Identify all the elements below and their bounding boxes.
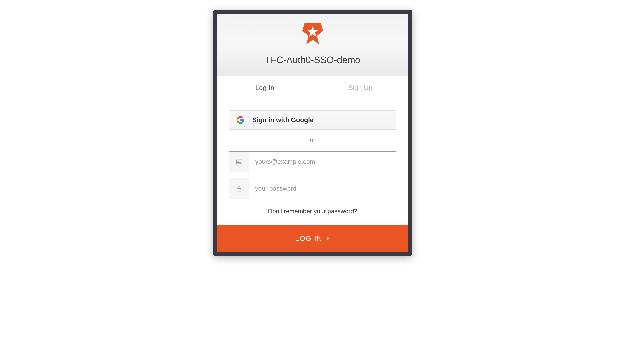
password-input-group xyxy=(229,178,396,199)
tab-signup[interactable]: Sign Up xyxy=(313,76,408,99)
email-input-group xyxy=(229,151,396,172)
svg-rect-0 xyxy=(236,160,242,164)
app-title: TFC-Auth0-SSO-demo xyxy=(225,54,400,66)
login-submit-button[interactable]: LOG IN xyxy=(217,225,408,252)
chevron-right-icon xyxy=(325,236,330,241)
separator-text: or xyxy=(229,136,396,143)
forgot-password-link[interactable]: Don't remember your password? xyxy=(229,208,396,215)
lock-icon xyxy=(229,178,249,198)
google-signin-button[interactable]: Sign in with Google xyxy=(229,110,396,130)
auth0-logo-icon xyxy=(225,22,400,48)
auth-tabs: Log In Sign Up xyxy=(217,76,408,100)
login-card: TFC-Auth0-SSO-demo Log In Sign Up Sign i… xyxy=(217,14,408,252)
google-icon xyxy=(237,116,244,124)
login-modal-backdrop: TFC-Auth0-SSO-demo Log In Sign Up Sign i… xyxy=(213,10,412,256)
login-header: TFC-Auth0-SSO-demo xyxy=(217,14,408,76)
svg-point-4 xyxy=(238,189,239,190)
tab-login[interactable]: Log In xyxy=(217,76,313,100)
svg-rect-1 xyxy=(237,161,239,162)
email-field[interactable] xyxy=(249,152,396,172)
password-field[interactable] xyxy=(249,178,396,198)
email-icon xyxy=(229,152,249,172)
google-signin-label: Sign in with Google xyxy=(252,116,314,124)
login-content: Sign in with Google or xyxy=(217,100,408,225)
login-submit-label: LOG IN xyxy=(295,234,322,242)
